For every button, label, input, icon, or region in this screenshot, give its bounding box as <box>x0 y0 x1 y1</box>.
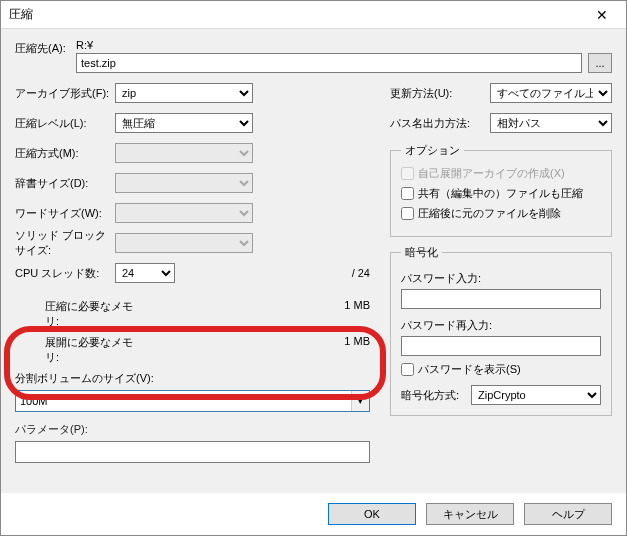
help-button[interactable]: ヘルプ <box>524 503 612 525</box>
window-title: 圧縮 <box>9 6 33 23</box>
cpu-threads-select[interactable]: 24 <box>115 263 175 283</box>
compress-method-label: 圧縮方式(M): <box>15 146 115 161</box>
options-legend: オプション <box>401 143 464 158</box>
options-group: オプション 自己展開アーカイブの作成(X) 共有（編集中の）ファイルも圧縮 圧縮… <box>390 143 612 237</box>
solid-block-label: ソリッド ブロック サイズ: <box>15 228 115 258</box>
split-volume-label: 分割ボリュームのサイズ(V): <box>15 371 370 386</box>
compress-level-label: 圧縮レベル(L): <box>15 116 115 131</box>
password2-label: パスワード再入力: <box>401 318 601 333</box>
show-password-checkbox[interactable] <box>401 363 414 376</box>
compress-method-select[interactable] <box>115 143 253 163</box>
cpu-threads-label: CPU スレッド数: <box>15 266 115 281</box>
titlebar: 圧縮 ✕ <box>1 1 626 29</box>
ok-button[interactable]: OK <box>328 503 416 525</box>
password2-input[interactable] <box>401 336 601 356</box>
delete-after-label: 圧縮後に元のファイルを削除 <box>418 206 561 221</box>
mem-extract-value: 1 MB <box>344 335 370 365</box>
mem-extract-label: 展開に必要なメモリ: <box>15 335 135 365</box>
update-mode-label: 更新方法(U): <box>390 86 490 101</box>
mem-compress-label: 圧縮に必要なメモリ: <box>15 299 135 329</box>
browse-button[interactable]: ... <box>588 53 612 73</box>
compress-level-select[interactable]: 無圧縮 <box>115 113 253 133</box>
parameters-input[interactable] <box>15 441 370 463</box>
path-mode-label: パス名出力方法: <box>390 116 490 131</box>
sfx-label: 自己展開アーカイブの作成(X) <box>418 166 565 181</box>
show-password-label: パスワードを表示(S) <box>418 362 521 377</box>
path-mode-select[interactable]: 相対パス <box>490 113 612 133</box>
update-mode-select[interactable]: すべてのファイル上書き <box>490 83 612 103</box>
archive-format-select[interactable]: zip <box>115 83 253 103</box>
dest-filename-input[interactable] <box>76 53 582 73</box>
archive-format-label: アーカイブ形式(F): <box>15 86 115 101</box>
word-size-select[interactable] <box>115 203 253 223</box>
encryption-group: 暗号化 パスワード入力: パスワード再入力: パスワードを表示(S) 暗号化方式… <box>390 245 612 416</box>
chevron-down-icon[interactable] <box>351 391 369 411</box>
enc-method-select[interactable]: ZipCrypto <box>471 385 601 405</box>
shared-label: 共有（編集中の）ファイルも圧縮 <box>418 186 583 201</box>
dest-label: 圧縮先(A): <box>15 39 70 56</box>
cpu-threads-total: / 24 <box>310 267 370 279</box>
dest-drive: R:¥ <box>76 39 612 51</box>
parameters-label: パラメータ(P): <box>15 422 370 437</box>
cancel-button[interactable]: キャンセル <box>426 503 514 525</box>
password-label: パスワード入力: <box>401 271 601 286</box>
dict-size-select[interactable] <box>115 173 253 193</box>
close-icon[interactable]: ✕ <box>586 5 618 25</box>
delete-after-checkbox[interactable] <box>401 207 414 220</box>
password-input[interactable] <box>401 289 601 309</box>
mem-compress-value: 1 MB <box>344 299 370 329</box>
enc-method-label: 暗号化方式: <box>401 388 471 403</box>
split-volume-input[interactable] <box>16 395 351 407</box>
dict-size-label: 辞書サイズ(D): <box>15 176 115 191</box>
encryption-legend: 暗号化 <box>401 245 442 260</box>
word-size-label: ワードサイズ(W): <box>15 206 115 221</box>
shared-checkbox[interactable] <box>401 187 414 200</box>
solid-block-select[interactable] <box>115 233 253 253</box>
sfx-checkbox <box>401 167 414 180</box>
split-volume-combo[interactable] <box>15 390 370 412</box>
